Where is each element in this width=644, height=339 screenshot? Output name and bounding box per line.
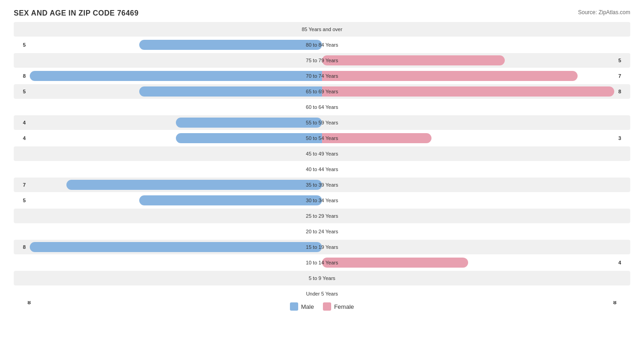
female-bar-wrap xyxy=(322,226,617,237)
female-value: 7 xyxy=(617,73,630,79)
row-inner: 4 50 to 54 Years 3 xyxy=(14,131,630,145)
bars-area: 35 to 39 Years xyxy=(27,178,617,192)
male-bar xyxy=(139,86,322,97)
bars-area: 10 to 14 Years xyxy=(27,255,617,270)
female-value: 3 xyxy=(617,135,630,141)
rows-wrapper: 85 Years and over 5 80 to 84 Years xyxy=(14,22,630,301)
bars-area: 55 to 59 Years xyxy=(27,115,617,130)
row-inner: 5 65 to 69 Years 8 xyxy=(14,84,630,99)
bars-area: 50 to 54 Years xyxy=(27,131,617,145)
female-bar-wrap xyxy=(322,102,617,112)
chart-row: 40 to 44 Years xyxy=(14,162,630,177)
female-value: 8 xyxy=(617,89,630,94)
female-legend-label: Female xyxy=(334,303,354,310)
row-inner: 20 to 24 Years xyxy=(14,224,630,239)
chart-row: 7 35 to 39 Years xyxy=(14,178,630,192)
bars-area: 20 to 24 Years xyxy=(27,224,617,239)
chart-row: 4 55 to 59 Years xyxy=(14,115,630,130)
female-bar-wrap xyxy=(322,180,617,190)
female-bar-wrap xyxy=(322,133,617,143)
bars-area: 30 to 34 Years xyxy=(27,193,617,208)
row-inner: 40 to 44 Years xyxy=(14,162,630,177)
male-bar xyxy=(176,118,322,128)
male-value: 8 xyxy=(14,73,27,79)
female-value: 5 xyxy=(617,58,630,63)
chart-row: 8 70 to 74 Years 7 xyxy=(14,69,630,83)
female-bar-wrap xyxy=(322,86,617,97)
female-bar xyxy=(322,71,578,81)
bars-area: 25 to 29 Years xyxy=(27,209,617,223)
male-value: 5 xyxy=(14,42,27,48)
chart-row: Under 5 Years xyxy=(14,286,630,301)
male-value: 4 xyxy=(14,120,27,125)
male-bar xyxy=(30,71,322,81)
female-bar-wrap xyxy=(322,289,617,299)
female-bar-wrap xyxy=(322,40,617,50)
female-bar-wrap xyxy=(322,149,617,159)
male-bar-wrap xyxy=(27,55,322,65)
bars-area: 65 to 69 Years xyxy=(27,84,617,99)
male-bar xyxy=(176,133,322,143)
chart-row: 25 to 29 Years xyxy=(14,209,630,223)
row-inner: 85 Years and over xyxy=(14,22,630,37)
male-legend-box xyxy=(290,302,298,311)
chart-row: 45 to 49 Years xyxy=(14,146,630,161)
row-inner: 25 to 29 Years xyxy=(14,209,630,223)
row-inner: 75 to 79 Years 5 xyxy=(14,53,630,68)
female-bar-wrap xyxy=(322,258,617,268)
female-legend-box xyxy=(323,302,331,311)
row-inner: 45 to 49 Years xyxy=(14,146,630,161)
male-bar-wrap xyxy=(27,102,322,112)
row-inner: 4 55 to 59 Years xyxy=(14,115,630,130)
chart-row: 60 to 64 Years xyxy=(14,100,630,114)
male-bar-wrap xyxy=(27,24,322,34)
male-bar-wrap xyxy=(27,149,322,159)
row-inner: 7 35 to 39 Years xyxy=(14,178,630,192)
row-inner: 60 to 64 Years xyxy=(14,100,630,114)
chart-title: SEX AND AGE IN ZIP CODE 76469 xyxy=(14,9,630,17)
source-text: Source: ZipAtlas.com xyxy=(578,9,630,16)
female-bar-wrap xyxy=(322,164,617,174)
bars-area: 70 to 74 Years xyxy=(27,69,617,83)
chart-legend: Male Female xyxy=(290,302,354,311)
male-bar-wrap xyxy=(27,242,322,252)
bars-area: 15 to 19 Years xyxy=(27,240,617,254)
bars-area: 60 to 64 Years xyxy=(27,100,617,114)
female-bar-wrap xyxy=(322,24,617,34)
bars-area: 75 to 79 Years xyxy=(27,53,617,68)
chart-row: 85 Years and over xyxy=(14,22,630,37)
row-inner: Under 5 Years xyxy=(14,286,630,301)
male-value: 5 xyxy=(14,89,27,94)
female-bar-wrap xyxy=(322,118,617,128)
chart-row: 5 30 to 34 Years xyxy=(14,193,630,208)
bars-area: 80 to 84 Years xyxy=(27,38,617,52)
male-bar xyxy=(139,40,322,50)
row-inner: 8 15 to 19 Years xyxy=(14,240,630,254)
chart-row: 4 50 to 54 Years 3 xyxy=(14,131,630,145)
male-bar-wrap xyxy=(27,133,322,143)
male-bar-wrap xyxy=(27,226,322,237)
legend-female: Female xyxy=(323,302,354,311)
female-bar xyxy=(322,86,614,97)
female-bar xyxy=(322,133,431,143)
female-bar-wrap xyxy=(322,273,617,283)
chart-row: 5 80 to 84 Years xyxy=(14,38,630,52)
female-bar-wrap xyxy=(322,71,617,81)
female-bar xyxy=(322,258,468,268)
male-value: 4 xyxy=(14,135,27,141)
female-bar-wrap xyxy=(322,211,617,221)
female-bar xyxy=(322,55,505,65)
female-value: 4 xyxy=(617,260,630,265)
legend-male: Male xyxy=(290,302,314,311)
bars-area: 5 to 9 Years xyxy=(27,271,617,285)
male-bar-wrap xyxy=(27,258,322,268)
male-bar-wrap xyxy=(27,195,322,205)
male-value: 7 xyxy=(14,182,27,188)
male-bar-wrap xyxy=(27,180,322,190)
chart-area: 85 Years and over 5 80 to 84 Years xyxy=(14,22,630,297)
female-bar-wrap xyxy=(322,242,617,252)
male-bar-wrap xyxy=(27,164,322,174)
male-bar-wrap xyxy=(27,71,322,81)
row-inner: 5 30 to 34 Years xyxy=(14,193,630,208)
male-value: 5 xyxy=(14,198,27,203)
